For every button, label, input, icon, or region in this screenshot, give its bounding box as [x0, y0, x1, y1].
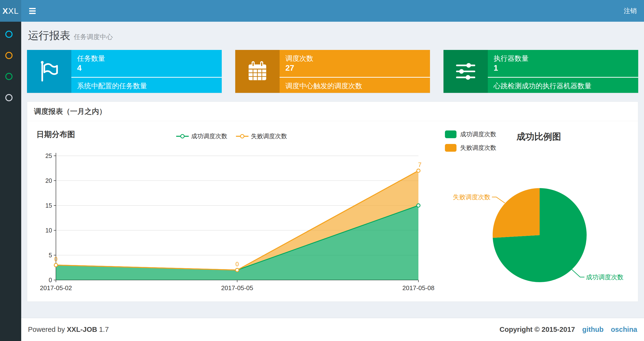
svg-text:成功调度次数: 成功调度次数 [586, 273, 624, 281]
line-marker-icon [176, 134, 189, 139]
svg-text:2017-05-02: 2017-05-02 [40, 284, 72, 291]
page-subtitle: 任务调度中心 [74, 33, 113, 41]
info-box-title: 任务数量 [77, 54, 105, 64]
sidebar-item-2 circle-icon[interactable] [5, 52, 12, 59]
flag-icon [27, 50, 71, 93]
sidebar-item-3 circle-icon[interactable] [5, 73, 12, 80]
calendar-icon [235, 50, 280, 93]
svg-text:失败调度次数: 失败调度次数 [453, 193, 490, 201]
logo-bold-letter: X [2, 6, 8, 16]
sidebar-item-4 circle-icon[interactable] [5, 94, 12, 101]
logo-rest: XL [8, 6, 19, 16]
oschina-link[interactable]: oschina [611, 325, 637, 333]
svg-text:2017-05-05: 2017-05-05 [221, 284, 253, 291]
svg-text:0: 0 [54, 256, 58, 262]
svg-text:25: 25 [45, 152, 52, 159]
product-name: XXL-JOB [67, 325, 97, 333]
svg-text:0: 0 [236, 261, 239, 267]
footer-powered-by: Powered by XXL-JOB 1.7 [28, 325, 109, 333]
success-ratio-pie-chart: 失败调度次数成功调度次数 [444, 121, 636, 302]
hamburger-icon [29, 8, 36, 9]
info-box-triggers: 调度次数 27 调度中心触发的调度次数 [235, 50, 430, 93]
sidebar [0, 22, 21, 341]
legend-label: 成功调度次数 [191, 132, 227, 140]
page-footer: Powered by XXL-JOB 1.7 Copyright © 2015-… [21, 318, 644, 341]
product-version: 1.7 [99, 325, 109, 333]
info-box-value: 27 [285, 64, 294, 73]
app-root: XXL 注销 运行报表任务调度中心 任务数量 4 系统中配置的任务数量 [0, 0, 644, 341]
info-box-description: 系统中配置的任务数量 [77, 81, 147, 91]
svg-text:15: 15 [45, 202, 52, 209]
svg-text:20: 20 [45, 177, 52, 184]
info-box-executors: 执行器数量 1 心跳检测成功的执行器机器数量 [444, 50, 638, 93]
svg-text:5: 5 [49, 252, 52, 258]
info-box-title: 调度次数 [285, 54, 313, 64]
info-box-title: 执行器数量 [494, 54, 528, 64]
github-link[interactable]: github [582, 325, 604, 333]
divider [280, 77, 430, 78]
sidebar-item-1 circle-icon[interactable] [5, 31, 12, 38]
svg-text:10: 10 [45, 227, 52, 234]
logout-link[interactable]: 注销 [624, 0, 637, 22]
info-box-value: 1 [494, 64, 498, 73]
line-chart-legend: 成功调度次数 失败调度次数 [176, 132, 287, 140]
info-box-description: 心跳检测成功的执行器机器数量 [494, 81, 592, 91]
legend-item-success[interactable]: 成功调度次数 [176, 132, 227, 140]
line-chart-title: 日期分布图 [36, 129, 75, 140]
page-title: 运行报表 [28, 30, 70, 41]
legend-label: 失败调度次数 [251, 132, 287, 140]
info-box-value: 4 [77, 64, 82, 73]
app-logo[interactable]: XXL [0, 0, 21, 22]
top-navbar: XXL 注销 [0, 0, 644, 22]
panel-title: 调度报表（一月之内） [27, 102, 638, 121]
svg-text:2017-05-08: 2017-05-08 [402, 284, 434, 291]
sliders-icon [444, 50, 488, 93]
divider [488, 77, 638, 78]
svg-text:0: 0 [49, 277, 52, 283]
legend-item-fail[interactable]: 失败调度次数 [236, 132, 287, 140]
copyright-text: Copyright © 2015-2017 [500, 325, 575, 333]
footer-right: Copyright © 2015-2017 github oschina [500, 325, 637, 333]
svg-text:7: 7 [418, 161, 422, 168]
info-box-description: 调度中心触发的调度次数 [285, 81, 362, 91]
page-header: 运行报表任务调度中心 [28, 29, 113, 43]
divider [71, 77, 222, 78]
report-panel: 调度报表（一月之内） 日期分布图 成功调度次数 失败调度次数 051015202… [27, 102, 638, 302]
date-distribution-area-chart: 05101520252017-05-022017-05-052017-05-08… [36, 150, 427, 297]
line-marker-icon [236, 134, 248, 139]
sidebar-toggle-button[interactable] [25, 0, 40, 22]
info-box-jobs: 任务数量 4 系统中配置的任务数量 [27, 50, 222, 93]
